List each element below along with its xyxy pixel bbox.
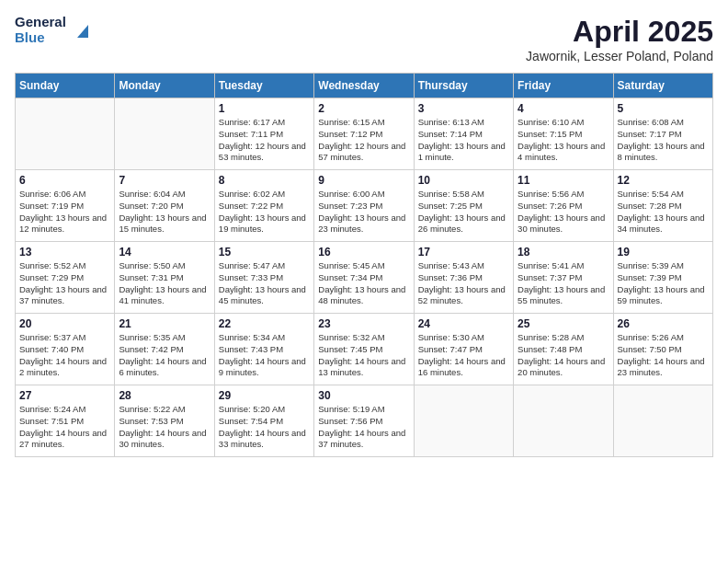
day-number: 30 bbox=[318, 389, 409, 402]
day-info: Sunrise: 5:45 AMSunset: 7:34 PMDaylight:… bbox=[318, 260, 409, 307]
calendar-header-row: Sunday Monday Tuesday Wednesday Thursday… bbox=[16, 74, 713, 98]
day-number: 17 bbox=[418, 246, 509, 259]
calendar-row: 13Sunrise: 5:52 AMSunset: 7:29 PMDayligh… bbox=[16, 242, 713, 314]
day-info: Sunrise: 5:52 AMSunset: 7:29 PMDaylight:… bbox=[19, 260, 110, 307]
day-info: Sunrise: 6:06 AMSunset: 7:19 PMDaylight:… bbox=[19, 189, 110, 236]
day-number: 16 bbox=[318, 246, 409, 259]
day-number: 12 bbox=[618, 174, 709, 187]
calendar-cell: 14Sunrise: 5:50 AMSunset: 7:31 PMDayligh… bbox=[115, 242, 214, 314]
day-number: 11 bbox=[518, 174, 609, 187]
day-info: Sunrise: 6:17 AMSunset: 7:11 PMDaylight:… bbox=[219, 117, 310, 164]
calendar-cell: 4Sunrise: 6:10 AMSunset: 7:15 PMDaylight… bbox=[514, 98, 613, 170]
day-number: 10 bbox=[418, 174, 509, 187]
day-number: 27 bbox=[19, 389, 110, 402]
calendar-cell bbox=[16, 98, 115, 170]
day-info: Sunrise: 6:08 AMSunset: 7:17 PMDaylight:… bbox=[618, 117, 709, 164]
svg-marker-0 bbox=[77, 25, 88, 38]
day-number: 21 bbox=[119, 317, 210, 330]
logo-blue: Blue bbox=[15, 30, 66, 46]
header-sunday: Sunday bbox=[16, 74, 115, 98]
day-number: 9 bbox=[318, 174, 409, 187]
day-info: Sunrise: 5:19 AMSunset: 7:56 PMDaylight:… bbox=[318, 404, 409, 451]
page-header: General Blue April 2025 Jawornik, Lesser… bbox=[15, 15, 713, 63]
calendar-table: Sunday Monday Tuesday Wednesday Thursday… bbox=[15, 73, 713, 457]
location: Jawornik, Lesser Poland, Poland bbox=[526, 49, 713, 63]
day-info: Sunrise: 5:41 AMSunset: 7:37 PMDaylight:… bbox=[518, 260, 609, 307]
calendar-cell: 15Sunrise: 5:47 AMSunset: 7:33 PMDayligh… bbox=[214, 242, 313, 314]
day-info: Sunrise: 5:43 AMSunset: 7:36 PMDaylight:… bbox=[418, 260, 509, 307]
day-number: 19 bbox=[618, 246, 709, 259]
calendar-cell: 27Sunrise: 5:24 AMSunset: 7:51 PMDayligh… bbox=[16, 385, 115, 457]
day-number: 4 bbox=[518, 102, 609, 115]
day-info: Sunrise: 5:30 AMSunset: 7:47 PMDaylight:… bbox=[418, 332, 509, 379]
day-number: 8 bbox=[219, 174, 310, 187]
calendar-cell: 30Sunrise: 5:19 AMSunset: 7:56 PMDayligh… bbox=[314, 385, 414, 457]
calendar-cell: 24Sunrise: 5:30 AMSunset: 7:47 PMDayligh… bbox=[414, 314, 513, 385]
logo: General Blue bbox=[15, 15, 92, 45]
day-info: Sunrise: 5:24 AMSunset: 7:51 PMDaylight:… bbox=[19, 404, 110, 451]
calendar-cell: 20Sunrise: 5:37 AMSunset: 7:40 PMDayligh… bbox=[16, 314, 115, 385]
day-info: Sunrise: 5:56 AMSunset: 7:26 PMDaylight:… bbox=[518, 189, 609, 236]
day-info: Sunrise: 5:39 AMSunset: 7:39 PMDaylight:… bbox=[618, 260, 709, 307]
day-number: 28 bbox=[119, 389, 210, 402]
calendar-cell: 26Sunrise: 5:26 AMSunset: 7:50 PMDayligh… bbox=[613, 314, 712, 385]
day-number: 6 bbox=[19, 174, 110, 187]
calendar-cell: 2Sunrise: 6:15 AMSunset: 7:12 PMDaylight… bbox=[314, 98, 414, 170]
calendar-cell: 29Sunrise: 5:20 AMSunset: 7:54 PMDayligh… bbox=[214, 385, 313, 457]
calendar-cell: 19Sunrise: 5:39 AMSunset: 7:39 PMDayligh… bbox=[613, 242, 712, 314]
day-number: 5 bbox=[618, 102, 709, 115]
day-number: 26 bbox=[618, 317, 709, 330]
day-info: Sunrise: 5:26 AMSunset: 7:50 PMDaylight:… bbox=[618, 332, 709, 379]
month-title: April 2025 bbox=[526, 15, 713, 49]
day-info: Sunrise: 5:28 AMSunset: 7:48 PMDaylight:… bbox=[518, 332, 609, 379]
day-number: 13 bbox=[19, 246, 110, 259]
header-tuesday: Tuesday bbox=[214, 74, 313, 98]
day-number: 22 bbox=[219, 317, 310, 330]
calendar-cell: 18Sunrise: 5:41 AMSunset: 7:37 PMDayligh… bbox=[514, 242, 613, 314]
day-number: 20 bbox=[19, 317, 110, 330]
day-info: Sunrise: 5:50 AMSunset: 7:31 PMDaylight:… bbox=[119, 260, 210, 307]
calendar-cell: 3Sunrise: 6:13 AMSunset: 7:14 PMDaylight… bbox=[414, 98, 513, 170]
calendar-cell: 17Sunrise: 5:43 AMSunset: 7:36 PMDayligh… bbox=[414, 242, 513, 314]
day-number: 14 bbox=[119, 246, 210, 259]
calendar-cell: 5Sunrise: 6:08 AMSunset: 7:17 PMDaylight… bbox=[613, 98, 712, 170]
calendar-cell: 7Sunrise: 6:04 AMSunset: 7:20 PMDaylight… bbox=[115, 170, 214, 242]
calendar-cell: 9Sunrise: 6:00 AMSunset: 7:23 PMDaylight… bbox=[314, 170, 414, 242]
header-saturday: Saturday bbox=[613, 74, 712, 98]
header-monday: Monday bbox=[115, 74, 214, 98]
calendar-cell: 12Sunrise: 5:54 AMSunset: 7:28 PMDayligh… bbox=[613, 170, 712, 242]
day-info: Sunrise: 6:13 AMSunset: 7:14 PMDaylight:… bbox=[418, 117, 509, 164]
calendar-cell: 16Sunrise: 5:45 AMSunset: 7:34 PMDayligh… bbox=[314, 242, 414, 314]
day-info: Sunrise: 5:54 AMSunset: 7:28 PMDaylight:… bbox=[618, 189, 709, 236]
day-info: Sunrise: 5:32 AMSunset: 7:45 PMDaylight:… bbox=[318, 332, 409, 379]
title-section: April 2025 Jawornik, Lesser Poland, Pola… bbox=[526, 15, 713, 63]
calendar-cell bbox=[613, 385, 712, 457]
day-number: 25 bbox=[518, 317, 609, 330]
day-info: Sunrise: 6:02 AMSunset: 7:22 PMDaylight:… bbox=[219, 189, 310, 236]
calendar-cell: 25Sunrise: 5:28 AMSunset: 7:48 PMDayligh… bbox=[514, 314, 613, 385]
day-info: Sunrise: 5:47 AMSunset: 7:33 PMDaylight:… bbox=[219, 260, 310, 307]
day-info: Sunrise: 5:22 AMSunset: 7:53 PMDaylight:… bbox=[119, 404, 210, 451]
day-info: Sunrise: 5:37 AMSunset: 7:40 PMDaylight:… bbox=[19, 332, 110, 379]
day-info: Sunrise: 5:20 AMSunset: 7:54 PMDaylight:… bbox=[219, 404, 310, 451]
day-info: Sunrise: 5:34 AMSunset: 7:43 PMDaylight:… bbox=[219, 332, 310, 379]
day-number: 29 bbox=[219, 389, 310, 402]
day-number: 23 bbox=[318, 317, 409, 330]
day-number: 7 bbox=[119, 174, 210, 187]
header-wednesday: Wednesday bbox=[314, 74, 414, 98]
calendar-cell bbox=[414, 385, 513, 457]
day-number: 1 bbox=[219, 102, 310, 115]
calendar-cell: 21Sunrise: 5:35 AMSunset: 7:42 PMDayligh… bbox=[115, 314, 214, 385]
calendar-cell: 22Sunrise: 5:34 AMSunset: 7:43 PMDayligh… bbox=[214, 314, 313, 385]
calendar-cell: 23Sunrise: 5:32 AMSunset: 7:45 PMDayligh… bbox=[314, 314, 414, 385]
calendar-cell: 10Sunrise: 5:58 AMSunset: 7:25 PMDayligh… bbox=[414, 170, 513, 242]
calendar-row: 6Sunrise: 6:06 AMSunset: 7:19 PMDaylight… bbox=[16, 170, 713, 242]
calendar-row: 27Sunrise: 5:24 AMSunset: 7:51 PMDayligh… bbox=[16, 385, 713, 457]
calendar-cell: 13Sunrise: 5:52 AMSunset: 7:29 PMDayligh… bbox=[16, 242, 115, 314]
day-number: 24 bbox=[418, 317, 509, 330]
calendar-cell: 8Sunrise: 6:02 AMSunset: 7:22 PMDaylight… bbox=[214, 170, 313, 242]
day-info: Sunrise: 6:00 AMSunset: 7:23 PMDaylight:… bbox=[318, 189, 409, 236]
day-info: Sunrise: 5:35 AMSunset: 7:42 PMDaylight:… bbox=[119, 332, 210, 379]
day-number: 15 bbox=[219, 246, 310, 259]
calendar-cell: 28Sunrise: 5:22 AMSunset: 7:53 PMDayligh… bbox=[115, 385, 214, 457]
